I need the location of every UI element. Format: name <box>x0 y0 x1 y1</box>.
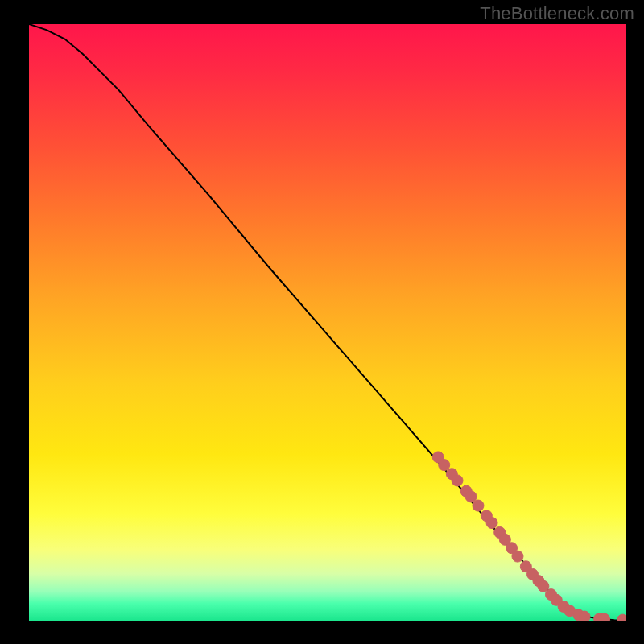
watermark-label: TheBottleneck.com <box>480 3 634 24</box>
chart-frame: TheBottleneck.com <box>0 0 644 644</box>
chart-overlay <box>29 24 626 621</box>
plot-area <box>29 24 626 621</box>
marker-group <box>432 452 626 621</box>
data-marker <box>452 475 463 486</box>
bottleneck-curve <box>29 24 626 621</box>
data-marker <box>579 611 590 621</box>
data-marker <box>617 614 626 621</box>
data-marker <box>486 518 497 529</box>
data-marker <box>599 613 610 621</box>
data-marker <box>439 460 450 471</box>
data-marker <box>473 500 484 511</box>
data-marker <box>512 551 523 562</box>
